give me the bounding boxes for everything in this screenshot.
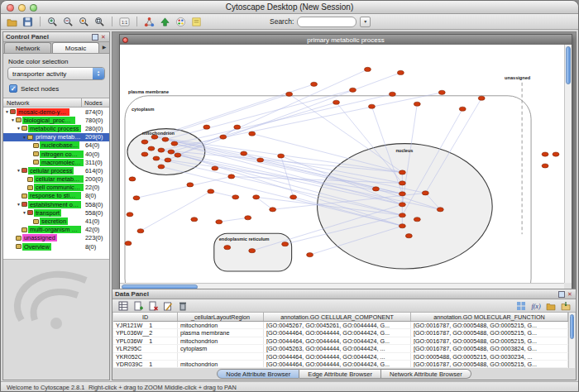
attribute-browser-tabs: Node Attribute Browser Edge Attribute Br… — [112, 368, 576, 379]
zoom-out-icon[interactable] — [61, 15, 75, 28]
window-titlebar[interactable]: Cytoscape Desktop (New Session) — [1, 1, 578, 14]
zoom-window-button[interactable] — [30, 4, 37, 12]
color-attribute-dropdown[interactable]: transporter activity ▲▼ — [7, 67, 105, 80]
float-data-panel-icon[interactable] — [558, 291, 565, 298]
import-table-icon[interactable] — [544, 300, 557, 312]
column-header[interactable]: annotation.GO CELLULAR_COMPONENT — [264, 313, 411, 321]
attribute-table: ID_cellularLayoutRegionannotation.GO CEL… — [113, 313, 568, 368]
network-tree: ▼mosaic-demo-yeast874(0)▼biological_proc… — [3, 108, 109, 251]
tree-item[interactable]: ▼primary metabol...209(0) — [3, 133, 109, 141]
column-header[interactable]: ID — [113, 313, 178, 321]
tree-item[interactable]: ▼transport558(0) — [3, 208, 109, 217]
status-welcome: Welcome to Cytoscape 2.8.1 — [7, 384, 84, 391]
select-nodes-label: Select nodes — [21, 85, 59, 93]
delete-attributes-icon[interactable] — [146, 300, 159, 312]
network-tree-panel: Network Nodes ▼mosaic-demo-yeast874(0)▼b… — [3, 98, 109, 260]
data-panel-title: Data Panel — [115, 290, 557, 298]
zoom-selected-region-icon[interactable] — [77, 15, 91, 28]
minimize-window-button[interactable] — [18, 4, 26, 12]
window-controls — [7, 4, 37, 12]
create-new-attribute-icon[interactable] — [132, 300, 144, 312]
close-panel-icon[interactable]: ✕ — [100, 34, 107, 41]
annotation-icon[interactable] — [189, 15, 203, 28]
toolbar-separator — [136, 17, 137, 26]
select-nodes-row[interactable]: ✓ Select nodes — [9, 84, 59, 93]
delete-selected-rows-icon[interactable] — [176, 300, 189, 312]
close-window-button[interactable] — [7, 4, 14, 12]
tree-col-nodes[interactable]: Nodes — [82, 98, 109, 107]
network-manager-icon[interactable] — [142, 15, 156, 28]
export-table-icon[interactable] — [559, 300, 572, 312]
tree-item[interactable]: ▼metabolic process280(0) — [3, 124, 109, 132]
tree-item[interactable]: nucleobase...64(0) — [3, 141, 109, 150]
control-panel-title: Control Panel — [6, 33, 90, 41]
table-row[interactable]: YKR052C[GO:0044464, GO:0044444, GO:00444… — [113, 353, 568, 361]
column-header[interactable]: _cellularLayoutRegion — [178, 313, 264, 321]
matrix-view-icon[interactable] — [514, 300, 527, 312]
zoom-fit-content-icon[interactable] — [93, 15, 107, 28]
control-panel-titlebar[interactable]: Control Panel ✕ — [3, 32, 109, 42]
tab-edge-attribute-browser[interactable]: Edge Attribute Browser — [299, 369, 381, 379]
tree-item[interactable]: unassigned223(0) — [3, 234, 109, 242]
tab-node-attribute-browser[interactable]: Node Attribute Browser — [217, 369, 299, 379]
table-row[interactable]: YPL036W__1mitochondrion[GO:0044464, GO:0… — [113, 337, 568, 345]
table-header: ID_cellularLayoutRegionannotation.GO CEL… — [113, 313, 568, 322]
table-row[interactable]: YJR121W__1mitochondrion[GO:0045267, GO:0… — [113, 322, 568, 329]
tree-item[interactable]: Overview8(0) — [3, 242, 109, 251]
toolbar-separator — [40, 17, 41, 26]
svg-text:unassigned: unassigned — [505, 75, 531, 80]
tree-col-network[interactable]: Network — [3, 98, 82, 107]
open-session-icon[interactable] — [5, 15, 19, 28]
color-attribute-value: transporter activity — [8, 70, 93, 78]
rename-attribute-icon[interactable] — [161, 300, 174, 312]
tree-item[interactable]: response to stimu...8(0) — [3, 192, 109, 200]
tree-item[interactable]: ▼establishment of lo...558(0) — [3, 200, 109, 208]
tree-item[interactable]: ▼mosaic-demo-yeast874(0) — [3, 108, 109, 116]
tree-item[interactable]: cellular metabo...200(0) — [3, 175, 109, 184]
tree-item[interactable]: ▼cellular process614(0) — [3, 166, 109, 174]
cytoscape-window: Cytoscape Desktop (New Session) 1:1 Sear… — [0, 0, 579, 392]
tree-item[interactable]: secretion41(0) — [3, 217, 109, 225]
network-desktop: primary metabolic process plasma membran… — [112, 31, 577, 380]
tab-network-attribute-browser[interactable]: Network Attribute Browser — [381, 369, 471, 379]
node-color-selection-label: Node color selection — [8, 58, 68, 65]
tree-item[interactable]: nitrogen compo...40(0) — [3, 150, 109, 158]
svg-text:plasma membrane: plasma membrane — [128, 89, 169, 94]
tab-overflow-arrow-icon[interactable]: ▶ — [100, 42, 108, 53]
table-scroll-thumb[interactable] — [570, 314, 574, 339]
tree-item[interactable]: ▼biological_process780(0) — [3, 116, 109, 124]
save-session-icon[interactable] — [21, 15, 35, 28]
tab-mosaic[interactable]: Mosaic — [52, 42, 99, 53]
float-panel-icon[interactable] — [92, 34, 98, 41]
search-options-button[interactable]: ▾ — [360, 17, 371, 27]
table-row[interactable]: YPL036W__2plasma membrane[GO:0044464, GO… — [113, 329, 568, 337]
tree-item[interactable]: multi-organism pro...42(0) — [3, 226, 109, 234]
close-data-panel-icon[interactable]: ✕ — [567, 291, 573, 298]
select-attributes-icon[interactable] — [117, 300, 129, 312]
search-label: Search: — [270, 17, 294, 26]
select-nodes-checkbox[interactable]: ✓ — [9, 84, 17, 93]
vizmapper-icon[interactable] — [174, 15, 188, 28]
network-window-titlebar[interactable]: primary metabolic process — [120, 35, 572, 45]
tree-item[interactable]: macromolecule...311(0) — [3, 158, 109, 166]
data-panel-titlebar[interactable]: Data Panel ✕ — [112, 289, 576, 299]
tree-item[interactable]: cell communicat...22(0) — [3, 184, 109, 192]
tab-network[interactable]: Network — [4, 42, 51, 53]
column-header[interactable]: annotation.GO MOLECULAR_FUNCTION — [411, 313, 568, 321]
table-row[interactable]: YLR295Ccytoplasm[GO:0045263, GO:0044444,… — [113, 345, 568, 352]
network-window[interactable]: primary metabolic process plasma membran… — [119, 34, 572, 291]
network-window-close-button[interactable] — [122, 37, 128, 43]
table-row[interactable]: YDR039C__1mitochondrion[GO:0044464, GO:0… — [113, 361, 568, 368]
data-panel: Data Panel ✕ f(x) ID_cellularLayoutRegio… — [112, 289, 576, 380]
svg-text:cytoplasm: cytoplasm — [132, 107, 155, 112]
show-graphics-details-icon[interactable]: 1:1 — [117, 15, 132, 28]
network-vertical-scrollbar[interactable] — [564, 45, 572, 283]
search-input[interactable] — [297, 17, 356, 27]
function-builder-icon[interactable]: f(x) — [529, 300, 542, 312]
network-canvas[interactable]: plasma membranecytoplasmmitochondrionnuc… — [120, 45, 564, 283]
layout-icon[interactable] — [158, 15, 172, 28]
vertical-scroll-thumb[interactable] — [566, 46, 571, 84]
table-vertical-scrollbar[interactable] — [568, 313, 575, 368]
main-toolbar: 1:1 Search: ▾ — [1, 14, 578, 30]
zoom-in-icon[interactable] — [45, 15, 60, 28]
